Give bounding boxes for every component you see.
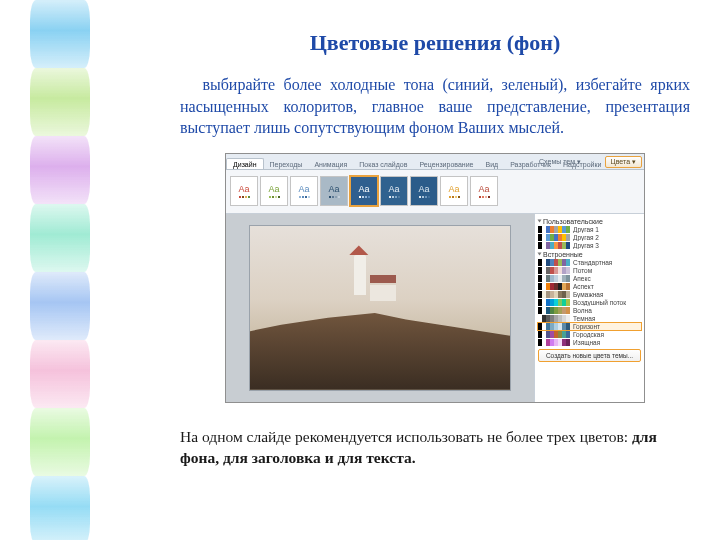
- color-scheme-row: Бумажная: [538, 291, 641, 298]
- slide-title: Цветовые решения (фон): [180, 30, 690, 56]
- panel-section-header: Пользовательские: [538, 218, 641, 225]
- color-scheme-row: Стандартная: [538, 259, 641, 266]
- theme-thumbnail: Aa: [260, 176, 288, 206]
- schemes-hint: Схемы тем ▾: [539, 158, 581, 166]
- theme-thumbnail: Aa: [230, 176, 258, 206]
- chevron-icon: [538, 253, 542, 256]
- rail-segment: [30, 476, 90, 540]
- color-scheme-row: Горизонт: [538, 323, 641, 330]
- theme-thumbnail: Aa: [290, 176, 318, 206]
- color-scheme-row: Темная: [538, 315, 641, 322]
- color-scheme-row: Городская: [538, 331, 641, 338]
- house: [370, 285, 396, 301]
- chevron-icon: [538, 220, 542, 223]
- color-scheme-row: Другая 3: [538, 242, 641, 249]
- rail-segment: [30, 0, 90, 68]
- color-scheme-row: Другая 2: [538, 234, 641, 241]
- powerpoint-screenshot: Цвета ▾ Схемы тем ▾ ДизайнПереходыАнимац…: [225, 153, 645, 403]
- rail-segment: [30, 68, 90, 136]
- colors-dropdown-badge: Цвета ▾: [605, 156, 642, 168]
- lighthouse-tower: [354, 255, 366, 295]
- decorative-rail: [30, 0, 90, 540]
- content-area: Цветовые решения (фон) выбирайте более х…: [180, 30, 690, 469]
- theme-thumbnail: Aa: [440, 176, 468, 206]
- color-scheme-row: Воздушный поток: [538, 299, 641, 306]
- theme-thumbnail: Aa: [470, 176, 498, 206]
- create-theme-colors-button: Создать новые цвета темы...: [538, 349, 641, 362]
- ribbon-tab: Переходы: [264, 159, 309, 169]
- rail-segment: [30, 272, 90, 340]
- body-paragraph: выбирайте более холодные тона (синий, зе…: [180, 74, 690, 139]
- theme-thumbnail: Aa: [410, 176, 438, 206]
- ribbon-tab: Дизайн: [226, 158, 264, 169]
- ribbon-tabs: ДизайнПереходыАнимацияПоказ слайдовРецен…: [226, 154, 644, 170]
- ribbon-tab: Рецензирование: [413, 159, 479, 169]
- theme-gallery: AaAaAaAaAaAaAaAaAa: [226, 170, 644, 214]
- color-scheme-row: Волна: [538, 307, 641, 314]
- rail-segment: [30, 408, 90, 476]
- theme-colors-panel: ПользовательскиеДругая 1Другая 2Другая 3…: [534, 214, 644, 402]
- panel-section-header: Встроенные: [538, 251, 641, 258]
- ribbon-tab: Вид: [480, 159, 505, 169]
- rail-segment: [30, 340, 90, 408]
- rail-segment: [30, 136, 90, 204]
- theme-thumbnail: Aa: [350, 176, 378, 206]
- color-scheme-row: Изящная: [538, 339, 641, 346]
- caption-plain: На одном слайде рекомендуется использова…: [180, 428, 632, 445]
- ribbon-tab: Показ слайдов: [353, 159, 413, 169]
- color-scheme-row: Аспект: [538, 283, 641, 290]
- color-scheme-row: Апекс: [538, 275, 641, 282]
- slide-canvas: [250, 226, 510, 390]
- house-roof: [370, 275, 396, 283]
- caption: На одном слайде рекомендуется использова…: [180, 427, 690, 469]
- ribbon-tab: Анимация: [308, 159, 353, 169]
- theme-thumbnail: Aa: [380, 176, 408, 206]
- rail-segment: [30, 204, 90, 272]
- theme-thumbnail: Aa: [320, 176, 348, 206]
- color-scheme-row: Потом: [538, 267, 641, 274]
- color-scheme-row: Другая 1: [538, 226, 641, 233]
- slide-workarea: [226, 214, 534, 402]
